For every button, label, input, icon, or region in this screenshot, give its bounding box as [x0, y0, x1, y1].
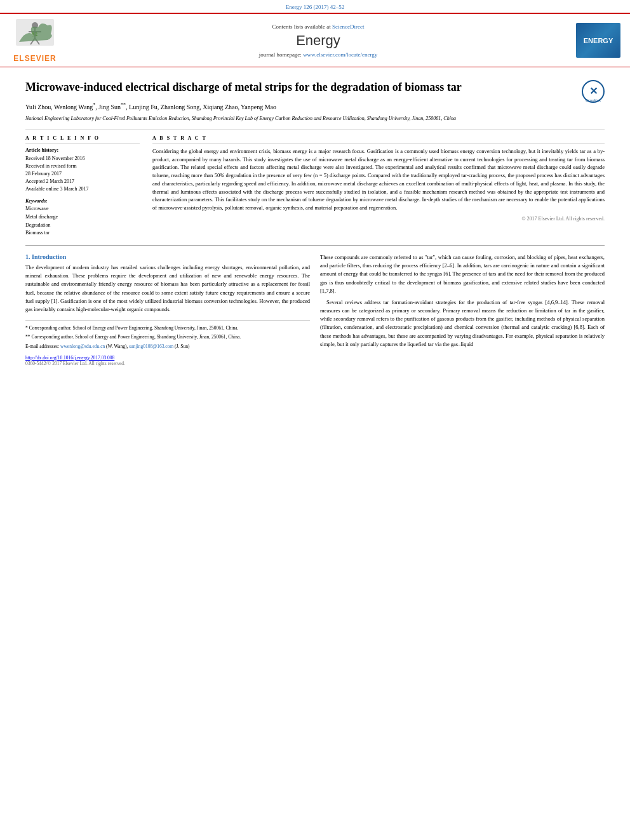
introduction-section: 1. Introduction The development of moder…	[25, 253, 605, 366]
crossmark-icon: ✕ CrossMark	[582, 80, 605, 104]
received-date: Received 18 November 2016	[25, 155, 140, 163]
affiliation-text: National Engineering Laboratory for Coal…	[25, 115, 605, 122]
divider-line	[25, 130, 605, 130]
keyword-3: Degradation	[25, 222, 140, 230]
elsevier-logo: 🌿 ELSEVIER	[6, 18, 64, 63]
intro-right-text: These compounds are commonly referred to…	[320, 253, 605, 349]
authors-line: Yuli Zhou, Wenlong Wang*, Jing Sun**, Lu…	[25, 101, 605, 111]
abstract-paragraph: Considering the global energy and enviro…	[152, 147, 605, 212]
intro-para-1: The development of modern industry has e…	[25, 263, 310, 314]
authors-text: Yuli Zhou, Wenlong Wang*, Jing Sun**, Lu…	[25, 103, 276, 110]
energy-logo-text: ENERGY	[584, 37, 613, 44]
journal-center-info: Contents lists available at ScienceDirec…	[64, 23, 573, 58]
footnote-star2: ** Corresponding author. School of Energ…	[25, 333, 310, 340]
intro-section-title: 1. Introduction	[25, 253, 310, 260]
page-wrapper: Energy 126 (2017) 42–52 🌿	[0, 0, 630, 379]
email-footnote: E-mail addresses: wwenlong@sdu.edu.cn (W…	[25, 343, 310, 350]
doi-link[interactable]: http://dx.doi.org/10.1016/j.energy.2017.…	[25, 355, 114, 361]
elsevier-tree-icon: 🌿	[13, 18, 57, 53]
homepage-line: journal homepage: www.elsevier.com/locat…	[70, 51, 566, 58]
available-date: Available online 3 March 2017	[25, 185, 140, 193]
intro-right-col: These compounds are commonly referred to…	[320, 253, 605, 366]
sciencedirect-link[interactable]: ScienceDirect	[332, 23, 364, 30]
elsevier-brand-text: ELSEVIER	[13, 54, 56, 63]
keyword-4: Biomass tar	[25, 229, 140, 237]
footnote-star1: * Corresponding author. School of Energy…	[25, 324, 310, 331]
article-history-label: Article history:	[25, 147, 140, 153]
keyword-1: Microwave	[25, 205, 140, 213]
abstract-body: Considering the global energy and enviro…	[152, 147, 605, 212]
revised-date: 28 February 2017	[25, 170, 140, 178]
article-info-col: A R T I C L E I N F O Article history: R…	[25, 135, 140, 237]
homepage-url[interactable]: www.elsevier.com/locate/energy	[303, 51, 377, 58]
energy-logo-right: ENERGY	[573, 23, 624, 58]
article-info-heading: A R T I C L E I N F O	[25, 135, 140, 143]
keywords-heading: Keywords:	[25, 198, 140, 204]
copyright-line: © 2017 Elsevier Ltd. All rights reserved…	[152, 216, 605, 222]
email2-link[interactable]: sunjing0108@163.com	[129, 343, 173, 349]
revised-label: Received in revised form	[25, 163, 140, 170]
paper-content: ✕ CrossMark Microwave-induced electrical…	[0, 67, 630, 379]
issn-line: 0360-5442/© 2017 Elsevier Ltd. All right…	[25, 361, 310, 366]
email2-name: (J. Sun)	[175, 343, 189, 349]
abstract-section: A R T I C L E I N F O Article history: R…	[25, 135, 605, 237]
sciencedirect-line: Contents lists available at ScienceDirec…	[70, 23, 566, 30]
email1-name: (W. Wang),	[106, 343, 128, 349]
intro-para-right-1: These compounds are commonly referred to…	[320, 253, 605, 295]
keyword-2: Metal discharge	[25, 213, 140, 222]
intro-para-right-2: Several reviews address tar formation-av…	[320, 298, 605, 349]
svg-text:CrossMark: CrossMark	[586, 98, 601, 102]
email1-link[interactable]: wwenlong@sdu.edu.cn	[60, 343, 105, 349]
accepted-date: Accepted 2 March 2017	[25, 178, 140, 185]
intro-left-col: 1. Introduction The development of moder…	[25, 253, 310, 366]
svg-text:✕: ✕	[589, 86, 598, 97]
doi-line: http://dx.doi.org/10.1016/j.energy.2017.…	[25, 355, 310, 361]
intro-body-text: The development of modern industry has e…	[25, 263, 310, 314]
paper-title: Microwave-induced electrical discharge o…	[25, 80, 605, 95]
abstract-col: A B S T R A C T Considering the global e…	[152, 135, 605, 237]
body-divider	[25, 245, 605, 246]
citation-text: Energy 126 (2017) 42–52	[286, 4, 345, 10]
journal-citation-bar: Energy 126 (2017) 42–52	[0, 0, 630, 13]
abstract-heading: A B S T R A C T	[152, 135, 605, 143]
footnotes-section: * Corresponding author. School of Energy…	[25, 320, 310, 366]
journal-header: 🌿 ELSEVIER Contents lists available at S…	[0, 13, 630, 67]
energy-logo-box: ENERGY	[576, 23, 620, 58]
journal-title: Energy	[70, 32, 566, 49]
